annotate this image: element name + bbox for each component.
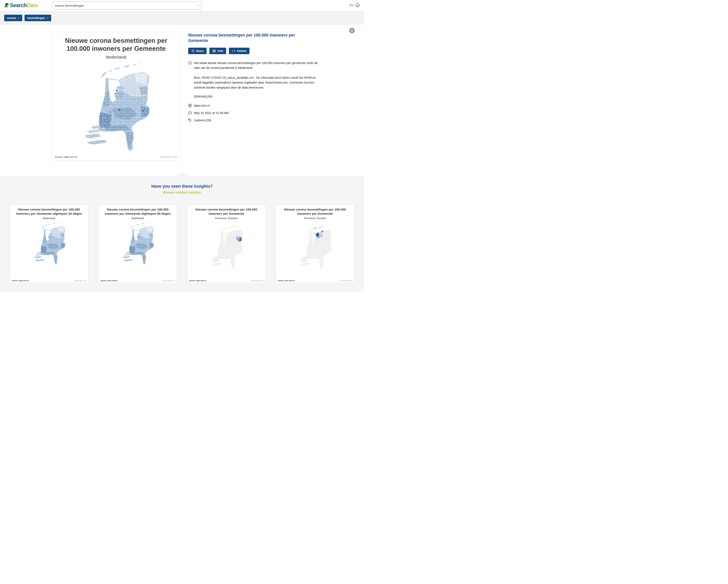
search-input[interactable] (52, 1, 201, 9)
insight-cards-row: Nieuwe corona besmettingen per 100.000 i… (0, 204, 364, 283)
browse-related-link[interactable]: Browse related insights (0, 191, 364, 195)
database-icon (188, 104, 192, 107)
meta-tag-text: 1sdrivm1255 (194, 119, 211, 122)
insight-card-title: Nieuwe corona besmettingen per 100.000 i… (187, 207, 266, 216)
dataset-code: SDRIVM1255 (194, 95, 318, 98)
insight-card-30-days[interactable]: Nieuwe corona besmettingen per 100.000 i… (10, 204, 88, 283)
netherlands-choropleth-map (117, 221, 158, 265)
netherlands-ghost-map-fryslan (294, 224, 335, 269)
close-detail-button[interactable]: ✕ (349, 28, 355, 33)
filter-bar: corona × besmettingen × (0, 11, 364, 25)
remove-tag-icon[interactable]: × (47, 16, 49, 20)
logo-text-search: Search (10, 2, 27, 8)
netherlands-choropleth-map (29, 221, 70, 265)
insight-card-title: Nieuwe corona besmettingen per 100.000 i… (99, 207, 177, 216)
meta-tag-row: 1sdrivm1255 (188, 118, 324, 122)
chart-site: searchdata.com (160, 156, 178, 158)
logo-icon (4, 3, 9, 8)
insights-heading: Have you seen these insights? (0, 176, 364, 189)
filter-tag-corona[interactable]: corona × (4, 15, 22, 21)
top-header: SearchData × EN (0, 0, 364, 11)
logo-text-data: Data (27, 2, 37, 8)
insight-card-site: searchdata.com (340, 280, 352, 282)
tag-icon (188, 119, 192, 122)
insight-card-source: Source: data.rivm.nl (12, 280, 29, 282)
search-clear-icon[interactable]: × (197, 3, 199, 7)
remove-tag-icon[interactable]: × (18, 16, 20, 20)
meta-source-text: data.rivm.nl (194, 104, 210, 107)
insight-card-subtitle: Provincie: Drenthe (187, 217, 266, 220)
chart-subtitle: Nederland (52, 55, 180, 60)
filter-tag-label: besmettingen (27, 16, 45, 20)
chart-title: Nieuwe corona besmettingen per 100.000 i… (52, 37, 180, 53)
embed-code-icon (232, 50, 235, 52)
insight-chart-card[interactable]: Nieuwe corona besmettingen per 100.000 i… (52, 32, 180, 160)
insight-card-source: Source: data.rivm.nl (101, 280, 118, 282)
insight-card-title: Nieuwe corona besmettingen per 100.000 i… (276, 207, 354, 216)
searchdata-logo[interactable]: SearchData (4, 2, 38, 8)
insight-card-source: Source: data.rivm.nl (278, 280, 295, 282)
embed-label: Embed (237, 49, 246, 52)
clock-icon (188, 111, 192, 115)
embed-button[interactable]: Embed (229, 48, 249, 54)
insight-card-drenthe[interactable]: Nieuwe corona besmettingen per 100.000 i… (187, 204, 266, 283)
chart-source: Source: data.rivm.nl (55, 156, 77, 158)
filter-tag-besmettingen[interactable]: besmettingen × (25, 15, 51, 21)
insight-card-site: searchdata.com (162, 280, 175, 282)
insight-card-subtitle: Nederland (10, 217, 88, 220)
detail-section: ✕ Nieuwe corona besmettingen per 100.000… (0, 25, 364, 176)
globe-icon (355, 3, 360, 7)
description-paragraph-1: Het totaal aantal nieuwe corona besmetti… (194, 61, 318, 71)
share-icon (191, 49, 194, 52)
section-notch (175, 173, 189, 176)
insight-card-subtitle: Nederland (99, 217, 177, 220)
netherlands-ghost-map-drenthe (206, 224, 247, 269)
insight-card-source: Source: data.rivm.nl (189, 280, 206, 282)
detail-title: Nieuwe corona besmettingen per 100.000 i… (188, 32, 302, 44)
related-insights-section: Have you seen these insights? Browse rel… (0, 176, 364, 292)
meta-date-row: May 10 2021 at 12:05 AM (188, 111, 324, 115)
insight-card-site: searchdata.com (74, 280, 86, 282)
visit-globe-icon (212, 49, 216, 52)
info-icon (188, 61, 192, 65)
meta-date-text: May 10 2021 at 12:05 AM (194, 111, 229, 115)
visit-label: Visit (217, 49, 223, 52)
insight-card-fryslan[interactable]: Nieuwe corona besmettingen per 100.000 i… (276, 204, 355, 283)
visit-button[interactable]: Visit (209, 48, 226, 54)
share-button[interactable]: Share (188, 48, 207, 54)
language-label: EN (349, 4, 354, 7)
detail-panel: Nieuwe corona besmettingen per 100.000 i… (188, 32, 324, 126)
language-switcher[interactable]: EN (349, 3, 360, 7)
meta-source-row: data.rivm.nl (188, 103, 324, 108)
close-icon: ✕ (350, 29, 353, 32)
insight-card-subtitle: Provincie: Fryslân (276, 217, 354, 220)
description-paragraph-2: Bron: RIVM "COVID-19_casus_landelijk.csv… (194, 75, 318, 90)
share-label: Share (196, 49, 204, 52)
insight-card-90-days[interactable]: Nieuwe corona besmettingen per 100.000 i… (98, 204, 177, 283)
filter-tag-label: corona (7, 16, 16, 20)
insight-card-site: searchdata.com (251, 280, 263, 282)
netherlands-choropleth-map (74, 60, 158, 153)
insight-card-title: Nieuwe corona besmettingen per 100.000 i… (10, 207, 88, 216)
